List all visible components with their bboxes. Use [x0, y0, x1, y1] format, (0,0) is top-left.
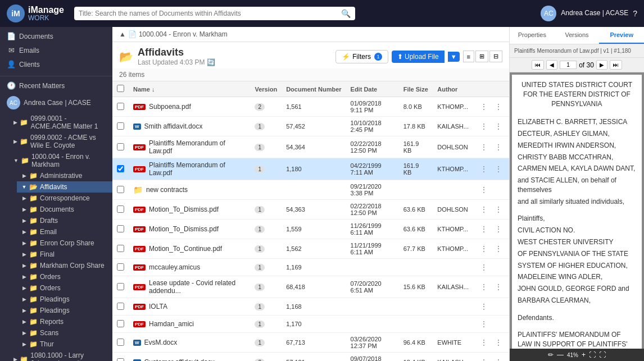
row-share-button[interactable]: ⋮: [478, 204, 490, 215]
folder-final[interactable]: ▶ 📁 Final: [17, 249, 112, 260]
row-menu-button[interactable]: ⋮: [492, 357, 505, 361]
folder-documents[interactable]: ▶ 📁 Documents: [17, 204, 112, 215]
row-checkbox[interactable]: [117, 103, 124, 110]
folder-scans[interactable]: ▶ 📁 Scans: [17, 327, 112, 339]
row-menu-button[interactable]: ⋮: [478, 262, 490, 273]
row-menu-button[interactable]: ⋮: [492, 204, 505, 215]
folder-email[interactable]: ▶ 📁 Email: [17, 226, 112, 237]
matter-1000-004[interactable]: ▼ 📁 1000.004 - Enron v. Markham: [9, 151, 112, 170]
select-all-checkbox[interactable]: [117, 85, 124, 92]
row-share-button[interactable]: ⋮: [478, 357, 490, 361]
table-row[interactable]: PDF Motion_To_Continue.pdf 1 1,562 11/21…: [112, 239, 509, 259]
row-checkbox[interactable]: [117, 320, 124, 327]
folder-orders-2[interactable]: ▶ 📁 Orders: [17, 282, 112, 294]
table-row[interactable]: PDF Subpoena.pdf 2 1,561 01/09/2018 9:11…: [112, 97, 509, 117]
row-checkbox[interactable]: [117, 245, 124, 252]
col-author[interactable]: Author: [433, 81, 473, 97]
row-checkbox[interactable]: [117, 186, 124, 193]
row-menu-button[interactable]: ⋮: [492, 243, 505, 254]
row-checkbox[interactable]: [117, 225, 124, 232]
row-share-button[interactable]: ⋮: [478, 141, 490, 153]
row-menu-button[interactable]: ⋮: [478, 301, 490, 312]
folder-markham-corp-share[interactable]: ▶ 📁 Markham Corp Share: [17, 260, 112, 271]
col-file-size[interactable]: File Size: [399, 81, 433, 97]
matter-0999-0002[interactable]: ▶ 📁 0999.0002 - ACME vs Wile E. Coyote: [9, 132, 112, 151]
nav-up-btn[interactable]: ▲: [119, 30, 126, 38]
table-row[interactable]: W EvsM.docx 1 67,713 03/26/2020 12:37 PM…: [112, 333, 509, 353]
list-view-button[interactable]: ≡: [463, 51, 474, 62]
zoom-out-button[interactable]: +: [582, 351, 586, 359]
row-menu-button[interactable]: ⋮: [478, 318, 490, 330]
sidebar-item-clients[interactable]: 👤 Clients: [0, 57, 112, 71]
search-button[interactable]: 🔍: [341, 9, 351, 18]
table-row[interactable]: PDF mccauley.amicus 1 1,169 ⋮: [112, 259, 509, 276]
table-row[interactable]: W Smith affidavit.docx 1 57,452 10/10/20…: [112, 117, 509, 136]
row-menu-button[interactable]: ⋮: [492, 281, 505, 293]
sidebar-item-documents[interactable]: 📄 Documents: [0, 29, 112, 43]
folder-drafts[interactable]: ▶ 📁 Drafts: [17, 215, 112, 226]
table-row[interactable]: PDF Plaintiffs Memorandum of Law.pdf 1 1…: [112, 158, 509, 180]
row-share-button[interactable]: ⋮: [478, 281, 490, 293]
row-checkbox[interactable]: [117, 339, 124, 346]
table-row[interactable]: PDF Plaintiffs Memorandum of Law.pdf 1 5…: [112, 136, 509, 158]
tab-properties[interactable]: Properties: [510, 27, 555, 44]
folder-pleadings-1[interactable]: ▶ 📁 Pleadings: [17, 294, 112, 305]
page-input[interactable]: [560, 61, 577, 69]
row-checkbox[interactable]: [117, 358, 124, 362]
row-menu-button[interactable]: ⋮: [478, 184, 490, 195]
row-share-button[interactable]: ⋮: [478, 121, 490, 132]
row-checkbox[interactable]: [117, 143, 124, 150]
folder-pleadings-2[interactable]: ▶ 📁 Pleadings: [17, 305, 112, 316]
matter-0999-0001[interactable]: ▶ 📁 0999.0001 - ACME.ACME Matter 1: [9, 113, 112, 132]
help-button[interactable]: ?: [633, 9, 637, 18]
row-menu-button[interactable]: ⋮: [492, 163, 505, 175]
next-page-button[interactable]: ▶: [596, 60, 607, 70]
folder-enron-corp-share[interactable]: ▶ 📁 Enron Corp Share: [17, 237, 112, 249]
upload-file-button[interactable]: ⬆ Upload File: [392, 51, 445, 63]
search-input[interactable]: [79, 10, 341, 17]
table-row[interactable]: PDF IOLTA 1 1,168 ⋮: [112, 298, 509, 316]
row-checkbox[interactable]: [117, 283, 124, 290]
sidebar-recent-matters[interactable]: 🕐 Recent Matters: [0, 79, 112, 93]
row-checkbox[interactable]: [117, 205, 124, 213]
folder-administrative[interactable]: ▶ 📁 Administrative: [17, 170, 112, 181]
table-row[interactable]: 📁 new contracts 09/21/2020 3:38 PM ⋮: [112, 180, 509, 200]
col-doc-num[interactable]: Document Number: [282, 81, 346, 97]
sidebar-item-emails[interactable]: ✉ Emails: [0, 43, 112, 57]
preview-tool-2[interactable]: —: [557, 351, 564, 359]
row-checkbox[interactable]: [117, 263, 124, 271]
row-share-button[interactable]: ⋮: [478, 243, 490, 254]
folder-reports[interactable]: ▶ 📁 Reports: [17, 316, 112, 327]
row-menu-button[interactable]: ⋮: [492, 141, 505, 153]
row-menu-button[interactable]: ⋮: [492, 101, 505, 112]
grid-view-button[interactable]: ⊞: [475, 51, 488, 62]
upload-dropdown-button[interactable]: ▼: [448, 52, 460, 62]
first-page-button[interactable]: ⏮: [532, 60, 544, 70]
folder-orders-1[interactable]: ▶ 📁 Orders: [17, 271, 112, 282]
col-version[interactable]: Version: [250, 81, 282, 97]
table-row[interactable]: W Customer affidavit.docx 2 57,121 09/07…: [112, 353, 509, 362]
col-name[interactable]: Name ↓: [129, 81, 250, 97]
row-checkbox[interactable]: [117, 165, 124, 172]
folder-affidavits[interactable]: ▼ 📂 Affidavits: [17, 181, 112, 193]
filters-button[interactable]: ⚡ Filters 1: [335, 50, 388, 63]
row-share-button[interactable]: ⋮: [478, 101, 490, 112]
breadcrumb-parent[interactable]: 1000.004 - Enron v. Markham: [139, 30, 228, 38]
last-page-button[interactable]: ⏭: [610, 60, 622, 70]
table-row[interactable]: PDF Hamdan_amici 1 1,170 ⋮: [112, 316, 509, 333]
matter-1080[interactable]: ▶ 📁 1080.1000 - Larry Johnson Lawsuit: [9, 350, 112, 361]
table-row[interactable]: PDF Lease update - Covid related addendu…: [112, 276, 509, 298]
table-row[interactable]: PDF Motion_To_Dismiss.pdf 1 54,363 02/22…: [112, 200, 509, 220]
row-checkbox[interactable]: [117, 122, 124, 130]
row-menu-button[interactable]: ⋮: [492, 337, 505, 348]
details-view-button[interactable]: ⊟: [489, 51, 502, 62]
row-menu-button[interactable]: ⋮: [492, 121, 505, 132]
folder-thur[interactable]: ▶ 📁 Thur: [17, 339, 112, 350]
folder-correspondence[interactable]: ▶ 📁 Correspondence: [17, 193, 112, 204]
fullscreen-button[interactable]: ⛶: [599, 351, 606, 359]
tab-versions[interactable]: Versions: [555, 27, 600, 44]
zoom-in-button[interactable]: ⛶: [589, 351, 596, 359]
row-checkbox[interactable]: [117, 303, 124, 310]
row-share-button[interactable]: ⋮: [478, 337, 490, 348]
row-share-button[interactable]: ⋮: [478, 163, 490, 175]
